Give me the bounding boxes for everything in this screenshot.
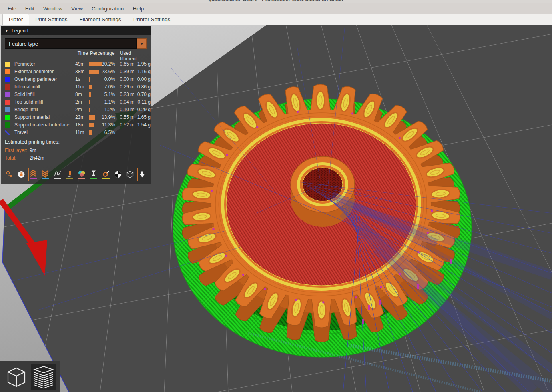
feature-percentage: 1.1% — [101, 99, 115, 105]
toggle-seams-icon[interactable] — [52, 168, 62, 181]
feature-color-swatch — [5, 122, 10, 128]
feature-label: External perimeter — [14, 69, 54, 74]
feature-time: 49m — [75, 61, 84, 67]
percentage-bar — [89, 85, 92, 89]
feature-color-swatch — [5, 100, 10, 105]
percentage-bar — [89, 130, 92, 135]
feature-percentage: 6.5% — [101, 130, 115, 135]
feature-weight: 1.95 g — [133, 61, 151, 67]
percentage-bar — [89, 115, 95, 120]
toggle-center-of-mass-icon[interactable] — [113, 168, 123, 181]
tabbar: PlaterPrint SettingsFilament SettingsPri… — [0, 14, 552, 25]
legend-header[interactable]: ▼ Legend — [1, 26, 151, 35]
legend-row-travel[interactable]: Travel11m6.5% — [4, 129, 147, 136]
gear-model — [182, 84, 460, 342]
menu-item-edit[interactable]: Edit — [21, 3, 39, 14]
legend-row-support-material-interface[interactable]: Support material interface18m11.3%0.52 m… — [4, 121, 147, 129]
feature-weight: 0.86 g — [133, 84, 151, 90]
feature-weight: 1.54 g — [133, 122, 151, 128]
toggle-tool-marker-icon[interactable] — [137, 168, 147, 181]
feature-color-swatch — [5, 69, 10, 74]
collapse-arrow-icon: ▼ — [5, 29, 8, 33]
estimated-times-title: Estimated printing times: — [5, 139, 147, 145]
window-title: glassCleaner-Gear1 - PrusaSlicer-2.6.1 b… — [0, 0, 552, 2]
toggle-deretractions-icon[interactable] — [40, 168, 50, 181]
feature-time: 2m — [75, 99, 82, 105]
feature-percentage: 11.3% — [101, 122, 115, 128]
feature-color-swatch — [5, 77, 10, 82]
3d-editor-view-button[interactable] — [4, 364, 29, 390]
feature-label: Solid infill — [14, 92, 35, 97]
tab-print-settings[interactable]: Print Settings — [29, 14, 73, 25]
feature-percentage: 1.2% — [101, 107, 115, 112]
feature-color-swatch — [5, 115, 10, 120]
view-type-select[interactable]: Feature type — [5, 38, 137, 49]
toggle-shells-icon[interactable] — [125, 168, 135, 181]
feature-percentage: 13.9% — [101, 114, 115, 120]
legend-row-overhang-perimeter[interactable]: Overhang perimeter1s0.0%0.00 m0.00 g — [4, 76, 147, 83]
legend-row-support-material[interactable]: Support material23m13.9%0.55 m1.65 g — [4, 114, 147, 121]
menu-item-help[interactable]: Help — [128, 3, 148, 14]
feature-length: 0.39 m — [117, 69, 134, 74]
toggle-color-changes-icon[interactable] — [77, 168, 87, 181]
feature-weight: 1.65 g — [133, 114, 151, 120]
feature-weight: 0.29 g — [133, 107, 151, 112]
view-mode-switcher — [0, 361, 60, 392]
menu-item-file[interactable]: File — [3, 3, 21, 14]
toggle-pause-prints-icon[interactable] — [89, 168, 99, 181]
menubar: FileEditWindowViewConfigurationHelp — [0, 3, 552, 14]
feature-color-swatch — [5, 84, 10, 90]
feature-time: 11m — [75, 84, 84, 90]
legend-body: Feature type ▼ Time Percentage Used fila… — [1, 35, 151, 184]
column-used-filament: Used filament — [120, 50, 147, 62]
feature-length: 0.29 m — [117, 84, 134, 90]
tab-plater[interactable]: Plater — [2, 14, 29, 25]
feature-label: Support material — [14, 114, 50, 120]
menu-item-view[interactable]: View — [67, 3, 87, 14]
feature-length: 0.04 m — [117, 99, 134, 105]
window-titlebar: glassCleaner-Gear1 - PrusaSlicer-2.6.1 b… — [0, 0, 552, 3]
feature-percentage: 0.0% — [101, 76, 115, 82]
toggle-wipe-icon[interactable] — [16, 168, 26, 181]
feature-percentage: 7.0% — [101, 84, 115, 90]
toggle-tool-changes-icon[interactable] — [64, 168, 74, 181]
feature-time: 18m — [75, 122, 84, 128]
feature-color-swatch — [5, 107, 10, 112]
toggle-custom-gcodes-icon[interactable] — [101, 168, 111, 181]
feature-time: 23m — [75, 114, 84, 120]
total-time-label: Total: — [5, 155, 16, 161]
feature-length: 0.10 m — [117, 107, 134, 112]
feature-time: 38m — [75, 69, 84, 74]
legend-row-perimeter[interactable]: Perimeter49m30.2%0.65 m1.95 g — [4, 60, 147, 68]
legend-row-external-perimeter[interactable]: External perimeter38m23.6%0.39 m1.16 g — [4, 68, 147, 76]
legend-row-internal-infill[interactable]: Internal infill11m7.0%0.29 m0.86 g — [4, 83, 147, 91]
feature-length: 0.55 m — [117, 114, 134, 120]
legend-row-solid-infill[interactable]: Solid infill8m5.1%0.23 m0.70 g — [4, 91, 147, 98]
tab-filament-settings[interactable]: Filament Settings — [74, 14, 127, 25]
menu-item-window[interactable]: Window — [39, 3, 67, 14]
first-layer-label: First layer: — [5, 148, 27, 153]
menu-item-configuration[interactable]: Configuration — [87, 3, 128, 14]
travel-line-swatch — [5, 130, 10, 135]
column-time: Time — [74, 50, 88, 56]
legend-row-top-solid-infill[interactable]: Top solid infill2m1.1%0.04 m0.11 g — [4, 98, 147, 106]
feature-time: 1s — [75, 76, 80, 82]
legend-row-bridge-infill[interactable]: Bridge infill2m1.2%0.10 m0.29 g — [4, 106, 147, 114]
feature-weight: 0.70 g — [133, 92, 151, 97]
feature-label: Internal infill — [14, 84, 40, 90]
feature-time: 2m — [75, 107, 82, 112]
feature-weight: 1.16 g — [133, 69, 151, 74]
first-layer-value: 9m — [30, 148, 36, 153]
legend-title: Legend — [12, 28, 28, 34]
total-time-value: 2h42m — [30, 155, 44, 161]
tab-printer-settings[interactable]: Printer Settings — [127, 14, 176, 25]
feature-length: 0.23 m — [117, 92, 134, 97]
feature-label: Overhang perimeter — [14, 76, 57, 82]
preview-view-button[interactable] — [31, 364, 56, 390]
feature-color-swatch — [5, 62, 10, 67]
view-type-dropdown-button[interactable]: ▼ — [137, 38, 147, 49]
toggle-retractions-icon[interactable] — [28, 168, 38, 181]
toggle-travel-icon[interactable] — [4, 168, 14, 181]
feature-percentage: 23.6% — [101, 69, 115, 74]
feature-length: 0.52 m — [117, 122, 134, 128]
